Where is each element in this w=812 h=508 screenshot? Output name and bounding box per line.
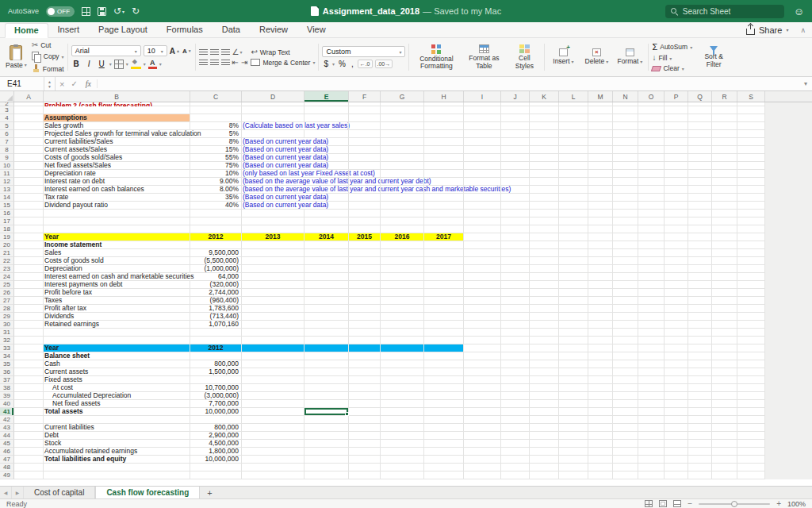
cell-O11[interactable] (638, 170, 665, 178)
cell-A43[interactable] (14, 424, 44, 432)
cell-F10[interactable] (349, 162, 381, 170)
cell-L41[interactable] (559, 408, 588, 416)
cell-K43[interactable] (530, 424, 559, 432)
cell-C24[interactable]: 64,000 (190, 273, 242, 281)
cell-J13[interactable] (501, 186, 530, 194)
cell-K30[interactable] (530, 321, 559, 329)
row-header-20[interactable]: 20 (0, 241, 14, 249)
cell-F24[interactable] (349, 273, 381, 281)
cell-I4[interactable] (464, 114, 501, 122)
cell-K28[interactable] (530, 305, 559, 313)
cell-J27[interactable] (501, 297, 530, 305)
cell-H43[interactable] (424, 424, 464, 432)
cell-I42[interactable] (464, 416, 501, 424)
cell-G21[interactable] (381, 249, 424, 257)
cell-C14[interactable]: 35% (190, 194, 242, 202)
column-header-b[interactable]: B (44, 91, 190, 102)
cell-S18[interactable] (737, 225, 765, 233)
cell-Q34[interactable] (688, 352, 712, 360)
cell-Q14[interactable] (688, 194, 712, 202)
cell-I49[interactable] (464, 471, 501, 479)
cell-D39[interactable] (242, 392, 304, 400)
cell-A26[interactable] (14, 289, 44, 297)
cell-O19[interactable] (638, 233, 665, 241)
row-header-19[interactable]: 19 (0, 233, 14, 241)
row-header-16[interactable]: 16 (0, 210, 14, 217)
cell-G26[interactable] (381, 289, 424, 297)
cell-R17[interactable] (712, 217, 737, 225)
row-header-27[interactable]: 27 (0, 297, 14, 305)
cell-S47[interactable] (737, 456, 765, 464)
cell-M36[interactable] (588, 368, 613, 376)
cell-B22[interactable]: Costs of goods sold (44, 257, 190, 265)
cell-D9[interactable]: (Based on current year data) (242, 154, 304, 162)
cell-F3[interactable] (349, 106, 381, 114)
cell-Q39[interactable] (688, 392, 712, 400)
cell-N11[interactable] (613, 170, 638, 178)
cell-L23[interactable] (559, 265, 588, 273)
cell-B35[interactable]: Cash (44, 360, 190, 368)
cell-G42[interactable] (381, 416, 424, 424)
cell-R46[interactable] (712, 448, 737, 456)
row-header-35[interactable]: 35 (0, 360, 14, 368)
cell-H49[interactable] (424, 471, 464, 479)
cell-J43[interactable] (501, 424, 530, 432)
cell-Q10[interactable] (688, 162, 712, 170)
cell-J12[interactable] (501, 178, 530, 186)
cell-L12[interactable] (559, 178, 588, 186)
cell-I40[interactable] (464, 400, 501, 408)
cell-B37[interactable]: Fixed assets (44, 376, 190, 384)
cell-L14[interactable] (559, 194, 588, 202)
cell-K25[interactable] (530, 281, 559, 289)
cell-H7[interactable] (424, 138, 464, 146)
cell-L43[interactable] (559, 424, 588, 432)
cell-O48[interactable] (638, 464, 665, 471)
cell-D29[interactable] (242, 313, 304, 321)
cell-S26[interactable] (737, 289, 765, 297)
cell-P25[interactable] (665, 281, 688, 289)
cell-S27[interactable] (737, 297, 765, 305)
cell-B5[interactable]: Sales growth (44, 122, 190, 130)
cell-E46[interactable] (304, 448, 349, 456)
cell-F8[interactable] (349, 146, 381, 154)
cell-K27[interactable] (530, 297, 559, 305)
cell-G47[interactable] (381, 456, 424, 464)
cell-S41[interactable] (737, 408, 765, 416)
cell-B49[interactable] (44, 471, 190, 479)
cell-F35[interactable] (349, 360, 381, 368)
cell-M25[interactable] (588, 281, 613, 289)
cell-A8[interactable] (14, 146, 44, 154)
cell-N31[interactable] (613, 329, 638, 337)
cell-A36[interactable] (14, 368, 44, 376)
cell-G22[interactable] (381, 257, 424, 265)
cell-O14[interactable] (638, 194, 665, 202)
cell-N7[interactable] (613, 138, 638, 146)
cell-H15[interactable] (424, 202, 464, 210)
column-header-q[interactable]: Q (688, 91, 712, 102)
column-header-o[interactable]: O (638, 91, 665, 102)
cell-L47[interactable] (559, 456, 588, 464)
cell-N3[interactable] (613, 106, 638, 114)
cell-B14[interactable]: Tax rate (44, 194, 190, 202)
cell-D12[interactable]: (based on the average value of last year… (242, 178, 304, 186)
cell-N46[interactable] (613, 448, 638, 456)
shrink-font-button[interactable]: A▼ (182, 48, 192, 55)
cell-M40[interactable] (588, 400, 613, 408)
cell-K38[interactable] (530, 384, 559, 392)
column-header-m[interactable]: M (588, 91, 613, 102)
cell-M45[interactable] (588, 440, 613, 448)
cell-N35[interactable] (613, 360, 638, 368)
cell-S23[interactable] (737, 265, 765, 273)
cell-K45[interactable] (530, 440, 559, 448)
cell-E18[interactable] (304, 225, 349, 233)
cell-N44[interactable] (613, 432, 638, 440)
cell-D49[interactable] (242, 471, 304, 479)
cell-D47[interactable] (242, 456, 304, 464)
cell-D31[interactable] (242, 329, 304, 337)
column-header-e[interactable]: E (304, 91, 349, 102)
cell-L17[interactable] (559, 217, 588, 225)
cell-D8[interactable]: (Based on current year data) (242, 146, 304, 154)
row-header-43[interactable]: 43 (0, 424, 14, 432)
cell-K32[interactable] (530, 337, 559, 344)
cell-D16[interactable] (242, 210, 304, 217)
